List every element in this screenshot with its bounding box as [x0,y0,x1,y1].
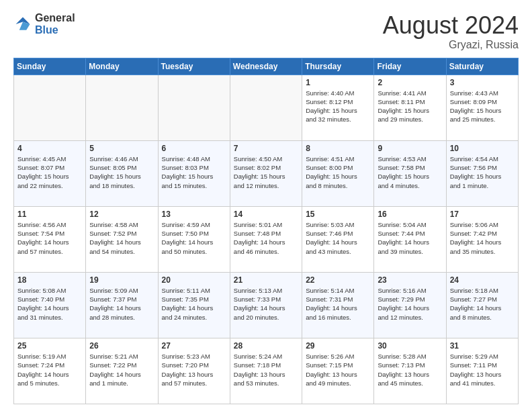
table-row: 29Sunrise: 5:26 AM Sunset: 7:15 PM Dayli… [302,338,374,404]
header: General Blue August 2024 Gryazi, Russia [13,12,519,51]
day-number: 31 [450,341,515,351]
day-info: Sunrise: 4:51 AM Sunset: 8:00 PM Dayligh… [306,154,370,190]
logo-text: General Blue [35,12,75,36]
location: Gryazi, Russia [383,39,519,51]
day-number: 7 [234,144,298,153]
day-info: Sunrise: 4:58 AM Sunset: 7:52 PM Dayligh… [89,220,154,256]
day-info: Sunrise: 5:23 AM Sunset: 7:20 PM Dayligh… [162,352,226,387]
day-number: 10 [450,144,515,153]
table-row: 1Sunrise: 4:40 AM Sunset: 8:12 PM Daylig… [302,75,374,140]
table-row: 22Sunrise: 5:14 AM Sunset: 7:31 PM Dayli… [302,272,374,338]
day-number: 25 [17,341,82,351]
day-info: Sunrise: 4:50 AM Sunset: 8:02 PM Dayligh… [234,154,298,190]
day-number: 3 [450,78,515,87]
table-row: 16Sunrise: 5:04 AM Sunset: 7:44 PM Dayli… [374,206,446,272]
table-row: 14Sunrise: 5:01 AM Sunset: 7:48 PM Dayli… [230,206,302,272]
calendar-week-row: 1Sunrise: 4:40 AM Sunset: 8:12 PM Daylig… [14,75,519,140]
day-info: Sunrise: 4:59 AM Sunset: 7:50 PM Dayligh… [162,220,226,256]
day-info: Sunrise: 4:43 AM Sunset: 8:09 PM Dayligh… [450,89,515,124]
table-row: 27Sunrise: 5:23 AM Sunset: 7:20 PM Dayli… [158,338,230,404]
table-row [14,75,86,140]
table-row: 17Sunrise: 5:06 AM Sunset: 7:42 PM Dayli… [446,206,518,272]
table-row: 6Sunrise: 4:48 AM Sunset: 8:03 PM Daylig… [158,140,230,206]
day-number: 11 [17,210,82,219]
table-row: 31Sunrise: 5:29 AM Sunset: 7:11 PM Dayli… [446,338,518,404]
day-info: Sunrise: 5:16 AM Sunset: 7:29 PM Dayligh… [378,286,442,322]
table-row: 28Sunrise: 5:24 AM Sunset: 7:18 PM Dayli… [230,338,302,404]
day-info: Sunrise: 5:11 AM Sunset: 7:35 PM Dayligh… [162,286,226,322]
table-row: 7Sunrise: 4:50 AM Sunset: 8:02 PM Daylig… [230,140,302,206]
month-year: August 2024 [383,12,519,39]
day-number: 13 [162,210,226,219]
table-row: 23Sunrise: 5:16 AM Sunset: 7:29 PM Dayli… [374,272,446,338]
title-block: August 2024 Gryazi, Russia [383,12,519,51]
day-info: Sunrise: 5:26 AM Sunset: 7:15 PM Dayligh… [306,352,370,387]
page: General Blue August 2024 Gryazi, Russia … [0,0,532,411]
col-thursday: Thursday [302,58,374,75]
day-info: Sunrise: 4:45 AM Sunset: 8:07 PM Dayligh… [17,154,82,190]
day-number: 15 [306,210,370,219]
day-info: Sunrise: 5:14 AM Sunset: 7:31 PM Dayligh… [306,286,370,322]
day-number: 27 [162,341,226,351]
day-info: Sunrise: 5:09 AM Sunset: 7:37 PM Dayligh… [89,286,154,322]
day-number: 5 [89,144,154,153]
table-row: 25Sunrise: 5:19 AM Sunset: 7:24 PM Dayli… [14,338,86,404]
calendar-week-row: 18Sunrise: 5:08 AM Sunset: 7:40 PM Dayli… [14,272,519,338]
col-friday: Friday [374,58,446,75]
day-info: Sunrise: 5:18 AM Sunset: 7:27 PM Dayligh… [450,286,515,322]
day-info: Sunrise: 5:29 AM Sunset: 7:11 PM Dayligh… [450,352,515,387]
day-info: Sunrise: 5:19 AM Sunset: 7:24 PM Dayligh… [17,352,82,387]
table-row [86,75,158,140]
day-number: 30 [378,341,442,351]
day-number: 20 [162,275,226,285]
table-row: 21Sunrise: 5:13 AM Sunset: 7:33 PM Dayli… [230,272,302,338]
col-wednesday: Wednesday [230,58,302,75]
day-number: 28 [234,341,298,351]
table-row: 3Sunrise: 4:43 AM Sunset: 8:09 PM Daylig… [446,75,518,140]
day-info: Sunrise: 4:48 AM Sunset: 8:03 PM Dayligh… [162,154,226,190]
day-number: 12 [89,210,154,219]
col-monday: Monday [86,58,158,75]
table-row: 9Sunrise: 4:53 AM Sunset: 7:58 PM Daylig… [374,140,446,206]
table-row: 10Sunrise: 4:54 AM Sunset: 7:56 PM Dayli… [446,140,518,206]
calendar-week-row: 11Sunrise: 4:56 AM Sunset: 7:54 PM Dayli… [14,206,519,272]
col-tuesday: Tuesday [158,58,230,75]
logo-icon [13,15,32,34]
logo-general-text: General [35,12,75,24]
calendar-table: Sunday Monday Tuesday Wednesday Thursday… [13,58,519,404]
table-row: 12Sunrise: 4:58 AM Sunset: 7:52 PM Dayli… [86,206,158,272]
day-number: 21 [234,275,298,285]
table-row: 26Sunrise: 5:21 AM Sunset: 7:22 PM Dayli… [86,338,158,404]
day-info: Sunrise: 5:08 AM Sunset: 7:40 PM Dayligh… [17,286,82,322]
col-sunday: Sunday [14,58,86,75]
day-number: 18 [17,275,82,285]
calendar-week-row: 4Sunrise: 4:45 AM Sunset: 8:07 PM Daylig… [14,140,519,206]
table-row: 8Sunrise: 4:51 AM Sunset: 8:00 PM Daylig… [302,140,374,206]
table-row: 4Sunrise: 4:45 AM Sunset: 8:07 PM Daylig… [14,140,86,206]
calendar-header-row: Sunday Monday Tuesday Wednesday Thursday… [14,58,519,75]
table-row: 2Sunrise: 4:41 AM Sunset: 8:11 PM Daylig… [374,75,446,140]
day-number: 1 [306,78,370,87]
day-number: 17 [450,210,515,219]
day-info: Sunrise: 4:54 AM Sunset: 7:56 PM Dayligh… [450,154,515,190]
day-number: 2 [378,78,442,87]
day-info: Sunrise: 4:46 AM Sunset: 8:05 PM Dayligh… [89,154,154,190]
day-number: 24 [450,275,515,285]
table-row: 11Sunrise: 4:56 AM Sunset: 7:54 PM Dayli… [14,206,86,272]
table-row [158,75,230,140]
day-number: 4 [17,144,82,153]
table-row: 24Sunrise: 5:18 AM Sunset: 7:27 PM Dayli… [446,272,518,338]
day-number: 8 [306,144,370,153]
day-number: 26 [89,341,154,351]
day-info: Sunrise: 4:40 AM Sunset: 8:12 PM Dayligh… [306,89,370,124]
logo-blue-text: Blue [35,24,75,36]
day-info: Sunrise: 5:06 AM Sunset: 7:42 PM Dayligh… [450,220,515,256]
day-info: Sunrise: 4:53 AM Sunset: 7:58 PM Dayligh… [378,154,442,190]
day-number: 29 [306,341,370,351]
day-info: Sunrise: 4:41 AM Sunset: 8:11 PM Dayligh… [378,89,442,124]
day-number: 6 [162,144,226,153]
table-row: 30Sunrise: 5:28 AM Sunset: 7:13 PM Dayli… [374,338,446,404]
day-number: 19 [89,275,154,285]
day-info: Sunrise: 5:01 AM Sunset: 7:48 PM Dayligh… [234,220,298,256]
table-row: 5Sunrise: 4:46 AM Sunset: 8:05 PM Daylig… [86,140,158,206]
